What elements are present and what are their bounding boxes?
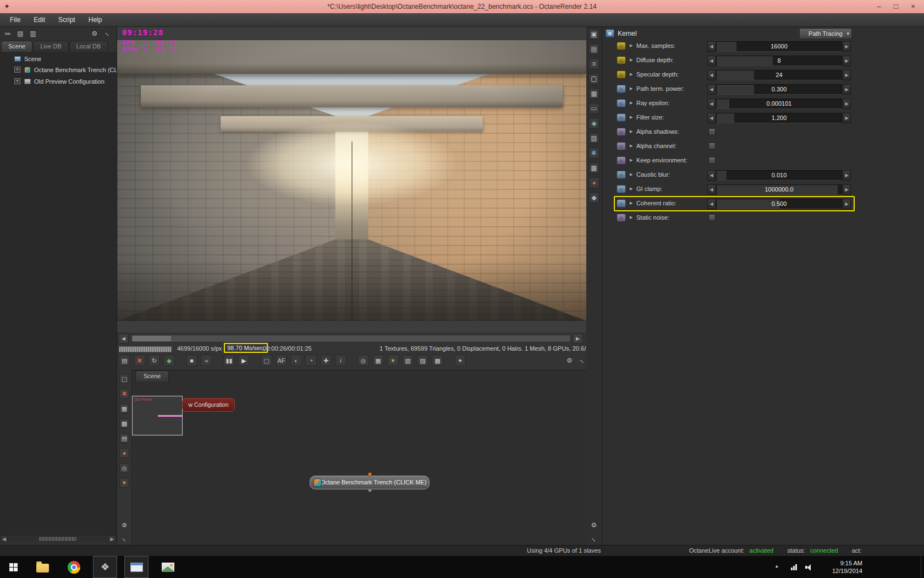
lock-resolution-icon[interactable]: ✦ <box>454 355 466 366</box>
scroll-left-icon[interactable]: ◀ <box>1 536 8 542</box>
post-processing-icon[interactable]: ❄ <box>588 148 600 159</box>
kernel-mode-dropdown[interactable]: Path Tracing ▾ <box>799 28 852 39</box>
param-type-icon[interactable]: ≡ <box>617 85 626 93</box>
node-old-preview-configuration[interactable]: w Configuration <box>182 398 235 412</box>
param-slider[interactable]: 24 <box>716 70 842 80</box>
taskbar-clock[interactable]: 9:15 AM 12/19/2014 <box>821 559 862 575</box>
stop-render-icon[interactable]: ■ <box>186 355 197 366</box>
render-layer-icon[interactable]: ◈ <box>588 118 600 129</box>
viewport-scrollbar[interactable] <box>131 335 571 342</box>
render-time-icon[interactable]: ◔ <box>305 355 317 366</box>
taskbar-octane[interactable]: ❖ <box>93 556 117 578</box>
autofocus-icon[interactable]: AF <box>276 355 287 366</box>
copy-render-icon[interactable]: ▤ <box>588 43 600 54</box>
param-slider[interactable]: 8 <box>716 56 842 66</box>
display-settings-icon[interactable]: ▭ <box>588 103 600 114</box>
network-render-icon[interactable]: ▩ <box>432 355 443 366</box>
render-viewport-image[interactable] <box>117 40 586 321</box>
node-octane-benchmark-trench[interactable]: Octane Benchmark Trench (CLICK ME) <box>310 476 430 489</box>
param-slider[interactable]: 16000 <box>716 41 842 52</box>
restart-render-icon[interactable]: ↻ <box>148 355 160 366</box>
minimize-button[interactable]: – <box>871 1 887 12</box>
tab-local-db[interactable]: Local DB <box>69 41 108 52</box>
param-type-icon[interactable]: ≡ <box>617 99 626 107</box>
start-button[interactable] <box>0 556 26 578</box>
scrub-right-icon[interactable]: ▶ <box>573 334 583 343</box>
expander-arrow-icon[interactable]: ▶ <box>630 187 632 191</box>
material-preview-icon[interactable]: ● <box>119 448 129 458</box>
param-type-icon[interactable]: ≡ <box>617 128 626 136</box>
param-slider[interactable]: 1.200 <box>716 113 842 123</box>
slider-decrement-icon[interactable]: ◀ <box>707 56 716 66</box>
param-checkbox[interactable] <box>708 128 716 135</box>
geometry-icon[interactable]: ◆ <box>588 192 600 203</box>
expander-arrow-icon[interactable]: ▶ <box>630 172 632 177</box>
menu-edit[interactable]: Edit <box>27 13 52 26</box>
param-type-icon[interactable]: ≡ <box>617 113 626 122</box>
volume-icon[interactable] <box>805 564 813 570</box>
param-type-icon[interactable]: ≡ <box>617 185 626 193</box>
wrench-icon[interactable]: ⚙ <box>589 521 599 531</box>
subsample-icon[interactable]: ▢ <box>261 355 272 366</box>
material-ball-icon[interactable]: ● <box>588 177 600 188</box>
slider-increment-icon[interactable]: ▶ <box>843 199 851 209</box>
param-type-icon[interactable]: ≡ <box>617 42 626 50</box>
show-desktop-button[interactable] <box>921 556 924 578</box>
slider-decrement-icon[interactable]: ◀ <box>707 184 716 195</box>
param-type-icon[interactable]: ≡ <box>617 156 626 165</box>
zoom-view-icon[interactable]: ◎ <box>358 355 369 366</box>
expander-arrow-icon[interactable]: ▶ <box>630 58 632 62</box>
scrub-left-icon[interactable]: ◀ <box>118 334 129 343</box>
expander-arrow-icon[interactable]: ▶ <box>630 144 632 148</box>
slider-increment-icon[interactable]: ▶ <box>843 70 851 80</box>
slider-decrement-icon[interactable]: ◀ <box>707 70 716 80</box>
daylight-icon[interactable]: ☀ <box>387 355 399 366</box>
network-icon[interactable] <box>791 564 797 570</box>
expander-arrow-icon[interactable]: ▶ <box>630 43 632 48</box>
tray-expand-icon[interactable]: ▴ <box>776 563 778 569</box>
param-slider[interactable]: 0.500 <box>716 199 842 209</box>
render-priority-icon[interactable]: ◆ <box>163 355 175 366</box>
save-render-icon[interactable]: ▤ <box>119 355 130 366</box>
slider-decrement-icon[interactable]: ◀ <box>707 170 716 181</box>
expander-arrow-icon[interactable]: ▶ <box>630 158 632 162</box>
viewport-scroll-thumb[interactable] <box>133 336 171 341</box>
slider-decrement-icon[interactable]: ◀ <box>707 41 716 52</box>
param-slider[interactable]: 0.300 <box>716 84 842 95</box>
save-image-icon[interactable]: ▢ <box>588 73 600 84</box>
scrollbar-thumb[interactable] <box>38 536 77 542</box>
node-graph-canvas[interactable] <box>117 370 586 545</box>
expand-panel-icon[interactable]: ↔ <box>103 29 113 39</box>
tab-scene[interactable]: Scene <box>1 41 32 52</box>
taskbar-chrome[interactable] <box>62 556 86 578</box>
render-queue-icon[interactable]: ≡ <box>588 58 600 69</box>
expand-nodegraph-icon[interactable]: ↔ <box>119 535 129 544</box>
param-checkbox[interactable] <box>708 143 716 150</box>
tab-live-db[interactable]: Live DB <box>33 41 69 52</box>
node-output-pin[interactable] <box>368 488 372 492</box>
expander-arrow-icon[interactable]: ▶ <box>630 115 632 119</box>
camera-export-icon[interactable]: ▧ <box>402 355 414 366</box>
close-button[interactable]: × <box>905 1 921 12</box>
node-select-icon[interactable]: ▢ <box>119 374 129 384</box>
slider-increment-icon[interactable]: ▶ <box>843 84 851 95</box>
slider-decrement-icon[interactable]: ◀ <box>707 113 716 123</box>
save-node-icon[interactable]: ▤ <box>119 433 129 443</box>
picture-icon[interactable]: ▧ <box>588 133 600 144</box>
menu-file[interactable]: File <box>3 13 27 26</box>
tab-node-scene[interactable]: Scene <box>135 370 169 381</box>
expander-arrow-icon[interactable]: ▶ <box>630 72 632 77</box>
param-type-icon[interactable]: ≡ <box>617 56 626 64</box>
node-preview-frame[interactable]: Old Previe <box>132 396 183 435</box>
slider-decrement-icon[interactable]: ◀ <box>707 199 716 209</box>
rewind-render-icon[interactable]: « <box>201 355 212 366</box>
play-render-icon[interactable]: ▶ <box>238 355 250 366</box>
render-target-settings-icon[interactable]: ▣ <box>588 29 600 40</box>
expander-arrow-icon[interactable]: ▶ <box>630 129 632 134</box>
info-channel-icon[interactable]: i <box>335 355 346 366</box>
taskbar-window-app[interactable] <box>124 556 148 578</box>
delete-node-icon[interactable]: ✖ <box>119 389 129 399</box>
film-settings-icon[interactable]: ▩ <box>588 162 600 173</box>
expander-arrow-icon[interactable]: ▶ <box>630 215 632 220</box>
param-type-icon[interactable]: ≡ <box>617 142 626 150</box>
